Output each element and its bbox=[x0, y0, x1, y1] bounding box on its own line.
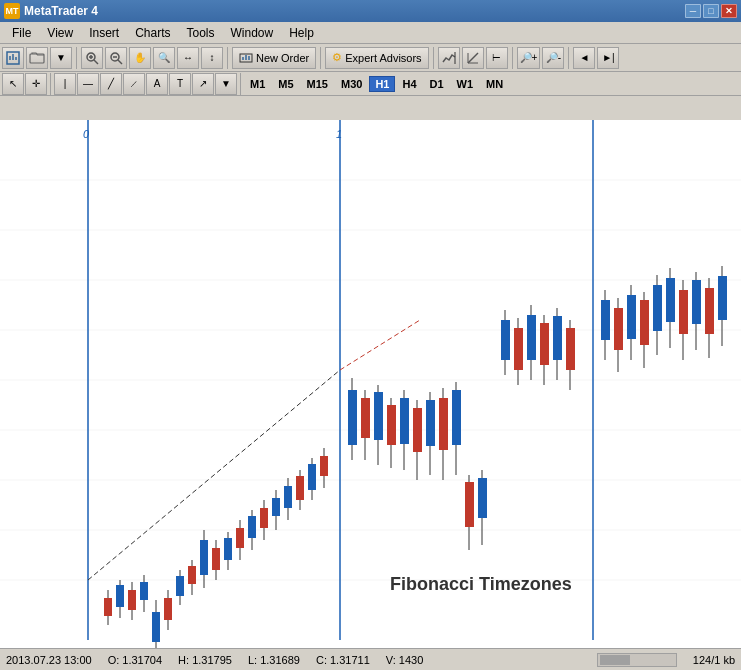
menu-insert[interactable]: Insert bbox=[81, 24, 127, 42]
open-button[interactable] bbox=[26, 47, 48, 69]
crosshair-tool[interactable]: ✛ bbox=[25, 73, 47, 95]
svg-rect-94 bbox=[465, 482, 474, 527]
svg-rect-64 bbox=[260, 508, 268, 528]
channel-tool[interactable]: ⟋ bbox=[123, 73, 145, 95]
tf-d1[interactable]: D1 bbox=[424, 76, 450, 92]
hline-tool[interactable]: — bbox=[77, 73, 99, 95]
new-chart-button[interactable] bbox=[2, 47, 24, 69]
sep-tf bbox=[240, 73, 241, 95]
tf-m5[interactable]: M5 bbox=[272, 76, 299, 92]
trendline-tool[interactable]: ╱ bbox=[100, 73, 122, 95]
svg-rect-76 bbox=[348, 390, 357, 445]
menu-tools[interactable]: Tools bbox=[179, 24, 223, 42]
svg-text:1: 1 bbox=[336, 128, 342, 140]
svg-rect-88 bbox=[426, 400, 435, 446]
text-tool[interactable]: A bbox=[146, 73, 168, 95]
status-open: O: 1.31704 bbox=[108, 654, 162, 666]
toolbar2: ↖ ✛ | — ╱ ⟋ A T ↗ ▼ M1 M5 M15 M30 H1 H4 … bbox=[0, 72, 741, 96]
tf-w1[interactable]: W1 bbox=[451, 76, 480, 92]
expert-advisors-button[interactable]: ⚙ Expert Advisors bbox=[325, 47, 428, 69]
zoom-in2[interactable]: 🔎+ bbox=[517, 47, 541, 69]
hand-tool[interactable]: ✋ bbox=[129, 47, 151, 69]
app-icon: MT bbox=[4, 3, 20, 19]
svg-rect-126 bbox=[705, 288, 714, 334]
separator2 bbox=[227, 47, 228, 69]
svg-rect-108 bbox=[566, 328, 575, 370]
svg-rect-102 bbox=[527, 315, 536, 360]
menu-file[interactable]: File bbox=[4, 24, 39, 42]
svg-rect-52 bbox=[188, 566, 196, 584]
status-close: C: 1.31711 bbox=[316, 654, 370, 666]
horizontal-scrollbar[interactable] bbox=[597, 653, 677, 667]
zoom-out2[interactable]: 🔎- bbox=[542, 47, 564, 69]
svg-rect-60 bbox=[236, 528, 244, 548]
tf-m1[interactable]: M1 bbox=[244, 76, 271, 92]
tf-mn[interactable]: MN bbox=[480, 76, 509, 92]
menu-view[interactable]: View bbox=[39, 24, 81, 42]
autoscroll[interactable]: ↕ bbox=[201, 47, 223, 69]
status-high: H: 1.31795 bbox=[178, 654, 232, 666]
scroll-left[interactable]: ◄ bbox=[573, 47, 595, 69]
tf-m30[interactable]: M30 bbox=[335, 76, 368, 92]
svg-text:0: 0 bbox=[83, 128, 90, 140]
svg-rect-96 bbox=[478, 478, 487, 518]
close-button[interactable]: ✕ bbox=[721, 4, 737, 18]
svg-rect-62 bbox=[248, 516, 256, 538]
window-controls[interactable]: ─ □ ✕ bbox=[685, 4, 737, 18]
separator1 bbox=[76, 47, 77, 69]
svg-rect-68 bbox=[284, 486, 292, 508]
cursor-tool[interactable]: ↖ bbox=[2, 73, 24, 95]
vline-tool[interactable]: | bbox=[54, 73, 76, 95]
minimize-button[interactable]: ─ bbox=[685, 4, 701, 18]
price-scale-button[interactable]: ⊢ bbox=[486, 47, 508, 69]
svg-rect-104 bbox=[540, 323, 549, 365]
open-dropdown[interactable]: ▼ bbox=[50, 47, 72, 69]
more-tools[interactable]: ▼ bbox=[215, 73, 237, 95]
new-order-button[interactable]: New Order bbox=[232, 47, 316, 69]
separator5 bbox=[512, 47, 513, 69]
svg-rect-40 bbox=[116, 585, 124, 607]
zoom-select[interactable]: 🔍 bbox=[153, 47, 175, 69]
chart-area[interactable]: 0 1 bbox=[0, 120, 741, 648]
separator3 bbox=[320, 47, 321, 69]
svg-rect-48 bbox=[164, 598, 172, 620]
maximize-button[interactable]: □ bbox=[703, 4, 719, 18]
svg-rect-54 bbox=[200, 540, 208, 575]
zoom-out-button[interactable] bbox=[105, 47, 127, 69]
svg-line-6 bbox=[94, 60, 98, 64]
tf-h1[interactable]: H1 bbox=[369, 76, 395, 92]
svg-rect-84 bbox=[400, 398, 409, 444]
separator6 bbox=[568, 47, 569, 69]
period-sep-button[interactable] bbox=[462, 47, 484, 69]
indicators-button[interactable] bbox=[438, 47, 460, 69]
menu-help[interactable]: Help bbox=[281, 24, 322, 42]
menu-charts[interactable]: Charts bbox=[127, 24, 178, 42]
svg-rect-112 bbox=[614, 308, 623, 350]
svg-line-10 bbox=[118, 60, 122, 64]
text2-tool[interactable]: T bbox=[169, 73, 191, 95]
scroll-right[interactable]: ►| bbox=[597, 47, 619, 69]
menu-window[interactable]: Window bbox=[223, 24, 282, 42]
svg-rect-110 bbox=[601, 300, 610, 340]
svg-rect-82 bbox=[387, 405, 396, 445]
fib-label: Fibonacci Timezones bbox=[390, 574, 572, 594]
zoom-in-button[interactable] bbox=[81, 47, 103, 69]
tf-m15[interactable]: M15 bbox=[301, 76, 334, 92]
svg-rect-100 bbox=[514, 328, 523, 370]
sep-draw bbox=[50, 73, 51, 95]
svg-rect-78 bbox=[361, 398, 370, 438]
separator4 bbox=[433, 47, 434, 69]
svg-rect-38 bbox=[104, 598, 112, 616]
arrow-tool[interactable]: ↗ bbox=[192, 73, 214, 95]
svg-rect-118 bbox=[653, 285, 662, 331]
svg-rect-20 bbox=[0, 120, 741, 648]
chart-shift[interactable]: ↔ bbox=[177, 47, 199, 69]
tf-h4[interactable]: H4 bbox=[396, 76, 422, 92]
svg-rect-74 bbox=[320, 456, 328, 476]
svg-rect-50 bbox=[176, 576, 184, 596]
svg-rect-116 bbox=[640, 300, 649, 345]
svg-rect-86 bbox=[413, 408, 422, 452]
svg-rect-46 bbox=[152, 612, 160, 642]
svg-rect-122 bbox=[679, 290, 688, 334]
svg-rect-80 bbox=[374, 392, 383, 440]
